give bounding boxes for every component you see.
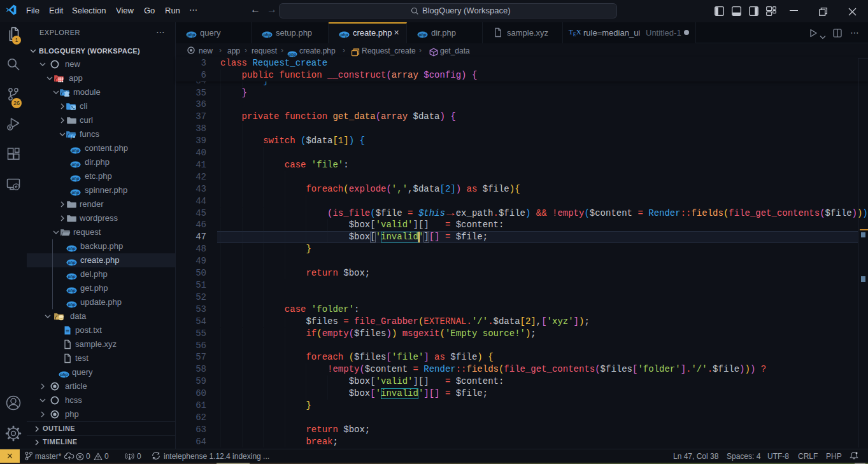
svg-text:php: php xyxy=(68,246,76,251)
svg-text:php: php xyxy=(418,32,427,38)
svg-text:php: php xyxy=(68,260,76,265)
svg-text:php: php xyxy=(68,288,76,293)
svg-text:php: php xyxy=(60,372,68,377)
svg-text:php: php xyxy=(71,176,80,181)
svg-text:php: php xyxy=(71,190,80,195)
svg-text:php: php xyxy=(71,162,80,167)
svg-text:php: php xyxy=(263,32,271,38)
svg-text:php: php xyxy=(340,32,348,38)
svg-text:php: php xyxy=(68,274,76,279)
svg-text:php: php xyxy=(288,52,296,57)
svg-text:php: php xyxy=(68,302,76,307)
svg-text:php: php xyxy=(71,148,80,153)
svg-text:php: php xyxy=(187,32,196,38)
